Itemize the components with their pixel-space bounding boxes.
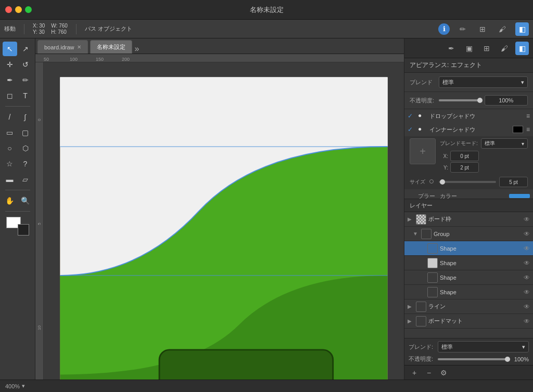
inner-shadow-params: + ブレンドモード: 標準 ▾ X: 0 pt [404,136,533,189]
parallelogram-tool[interactable]: ▱ [18,172,33,187]
move-tool[interactable]: ✛ [3,57,17,72]
zoom-control[interactable]: 400% ▾ [5,383,25,389]
opacity-value[interactable]: 100% [485,95,528,106]
direct-select-tool[interactable]: ↗ [18,42,33,56]
info-icon[interactable]: ℹ [438,23,450,35]
rounded-rect-tool[interactable]: ▢ [18,125,33,140]
opacity-slider[interactable] [439,99,481,101]
add-layer-button[interactable]: + [409,367,420,378]
canvas-svg [44,62,404,380]
layer-settings-button[interactable]: ⚙ [438,367,449,378]
layer-shape4-visibility[interactable]: 👁 [524,289,530,296]
layer-shape3-thumb [427,272,438,283]
grid-panel-icon[interactable]: ⊞ [480,42,493,55]
inner-shadow-color[interactable] [513,126,523,133]
pen-panel-icon[interactable]: ✒ [445,42,458,55]
tab-untitled[interactable]: 名称未設定 [90,40,132,54]
layer-shape-3[interactable]: Shape 👁 [404,270,533,285]
brush-panel-icon[interactable]: 🖌 [498,42,511,55]
size-row: サイズ 5 pt [410,177,528,187]
polygon-tool[interactable]: ⬡ [18,141,33,155]
hand-tool[interactable]: ✋ [3,193,17,208]
layer-blend-dropdown[interactable]: 標準 ▾ [438,341,529,352]
ellipse-tool[interactable]: ○ [3,141,17,155]
layers-icon[interactable]: ◧ [515,22,529,36]
brush-icon[interactable]: 🖌 [496,22,509,36]
y-label: Y: [440,165,448,171]
layer-line[interactable]: ▶ ライン 👁 [404,299,533,314]
close-button[interactable] [5,6,12,13]
drop-shadow-menu[interactable]: ≡ [526,112,530,120]
layer-group[interactable]: ▼ Group 👁 [404,227,533,241]
effect-inner-shadow[interactable]: ✓ ● インナーシャドウ ≡ [404,123,533,136]
tab-untitled-label: 名称未設定 [97,43,125,51]
layer-group-visibility[interactable]: 👁 [524,230,530,238]
blend-mode-dropdown[interactable]: 標準 ▾ [481,138,528,149]
layers-panel-icon[interactable]: ◧ [515,42,529,55]
drop-shadow-check[interactable]: ✓ [408,112,415,120]
layer-shape1-thumb [427,243,438,254]
layer-opacity-row: 不透明度: 100% [409,355,529,363]
size-slider[interactable] [439,181,496,183]
layer-shape-2[interactable]: Shape 👁 [404,256,533,270]
rect-tool[interactable]: ▭ [3,125,17,140]
tab-board[interactable]: board.idraw ✕ [37,40,88,54]
size-input[interactable]: 5 pt [499,177,528,187]
spiral-tool[interactable]: ? [18,156,33,171]
layer-shape-1[interactable]: Shape 👁 [404,241,533,256]
canvas-wrapper: board.idraw ✕ 名称未設定 » 50 100 150 200 0 [35,38,404,380]
select-tool[interactable]: ↖ [3,42,17,56]
opacity-row: 不透明度: 100% [410,95,528,106]
zoom-tool[interactable]: 🔍 [18,193,33,208]
pencil-draw-tool[interactable]: ✏ [18,73,33,87]
rect2-tool[interactable]: ▬ [3,172,17,187]
appearance-scroll[interactable]: ブレンド 標準 ▾ 不透明度: 100% [404,73,533,199]
star-tool[interactable]: ☆ [3,156,17,171]
tools-panel: ↖ ↗ ✛ ↺ ✒ ✏ ◻ T / ∫ ▭ ▢ ○ ⬡ ☆ ? [0,38,35,380]
stroke-color[interactable] [18,224,29,236]
pencil-icon[interactable]: ✏ [456,22,469,36]
traffic-lights[interactable] [5,6,32,13]
y-input[interactable]: 2 pt [450,162,479,173]
minimize-button[interactable] [15,6,22,13]
blend-dropdown[interactable]: 標準 ▾ [439,76,528,88]
layer-shape-4[interactable]: Shape 👁 [404,285,533,299]
tab-overflow[interactable]: » [134,44,139,54]
x-row: X: 0 pt [440,151,528,161]
line-tool[interactable]: / [3,110,17,124]
inner-shadow-check[interactable]: ✓ [408,126,415,133]
layer-name: ボード枠 [428,215,522,223]
x-input[interactable]: 0 pt [450,151,479,161]
rotate-tool[interactable]: ↺ [18,57,33,72]
layer-board-frame[interactable]: ▶ ボード枠 👁 [404,212,533,227]
maximize-button[interactable] [25,6,32,13]
inner-shadow-menu[interactable]: ≡ [526,126,530,133]
curve-tool[interactable]: ∫ [18,110,33,124]
pen-tool[interactable]: ✒ [3,73,17,87]
layer-mat-visibility[interactable]: 👁 [524,318,530,325]
layer-line-visibility[interactable]: 👁 [524,303,530,310]
square-panel-icon[interactable]: ▣ [462,42,476,55]
layer-group-thumb [421,229,432,239]
toolbar: 移動 X: 30 Y: 30 W: 760 H: 760 パス オブジェクト ℹ… [0,20,533,38]
layer-visibility[interactable]: 👁 [524,216,530,223]
grid-icon[interactable]: ⊞ [476,22,489,36]
layer-shape3-visibility[interactable]: 👁 [524,274,530,281]
color-swatch[interactable] [6,217,29,236]
tab-board-close[interactable]: ✕ [77,44,81,50]
effect-drop-shadow[interactable]: ✓ ● ドロップシャドウ ≡ [404,109,533,123]
layer-shape1-visibility[interactable]: 👁 [524,245,530,252]
delete-layer-button[interactable]: − [423,367,435,378]
toolbar-move-label: 移動 [4,25,16,33]
shape-tool[interactable]: ◻ [3,88,17,103]
layer-board-mat[interactable]: ▶ ボードマット 👁 [404,314,533,329]
blur-row[interactable]: ブラー カラー [404,189,533,199]
zoom-chevron[interactable]: ▾ [22,383,25,389]
layers-list: ▶ ボード枠 👁 ▼ Group 👁 Shape 👁 [404,212,533,338]
layer-opacity-slider[interactable] [438,358,509,360]
layers-bottom: + − ⚙ [404,365,533,380]
layer-group-name: Group [434,231,522,237]
layer-shape2-visibility[interactable]: 👁 [524,259,530,267]
text-tool[interactable]: T [18,88,33,103]
layer-mat-thumb [416,316,426,326]
